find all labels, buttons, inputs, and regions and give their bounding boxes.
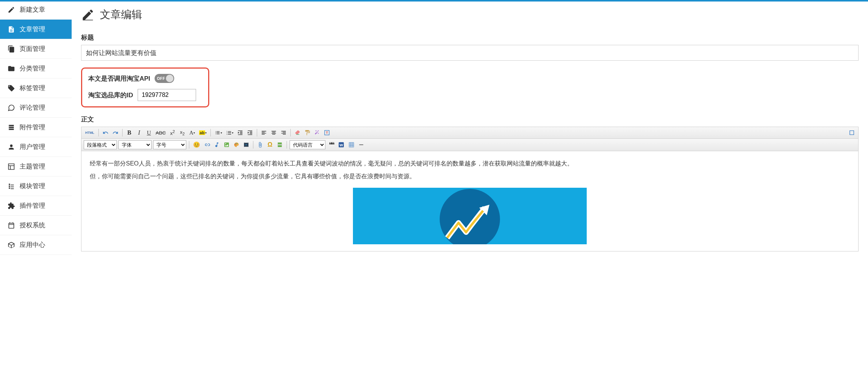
page-icon: [8, 45, 15, 53]
user-icon: [8, 143, 15, 151]
svg-point-6: [237, 143, 238, 144]
sidebar-item-tag-manage[interactable]: 标签管理: [0, 78, 72, 98]
highlight-button[interactable]: ab▾: [198, 129, 208, 137]
svg-rect-2: [224, 142, 229, 147]
svg-rect-12: [278, 145, 282, 147]
sidebar-item-label: 插件管理: [20, 201, 45, 210]
sidebar-item-label: 新建文章: [20, 5, 45, 14]
title-input[interactable]: [81, 45, 859, 61]
svg-point-7: [238, 144, 238, 145]
toolbar-separator: [189, 141, 189, 149]
toolbar-separator: [253, 141, 253, 149]
toolbar-separator: [122, 129, 123, 136]
image-button[interactable]: [222, 141, 231, 149]
svg-text:T: T: [326, 131, 328, 135]
sidebar-item-plugin-manage[interactable]: 插件管理: [0, 196, 72, 216]
server-icon: [8, 124, 15, 131]
toolbar-separator: [98, 129, 99, 136]
attachment-button[interactable]: [256, 141, 264, 149]
folder-icon: [8, 65, 15, 72]
underline-button[interactable]: U: [145, 129, 153, 137]
video-button[interactable]: [242, 141, 250, 149]
palette-button[interactable]: [232, 141, 241, 149]
toggle-knob: [166, 75, 173, 82]
html-source-button[interactable]: HTML: [84, 129, 96, 137]
paragraph-format-select[interactable]: 段落格式: [84, 140, 117, 149]
align-right-button[interactable]: [279, 129, 288, 137]
editor-content-area[interactable]: 经常有一部分SEO人员，热衷于统计关键词排名的数量，每天都会盯着站长工具查看关键…: [81, 151, 858, 251]
sidebar-item-user-manage[interactable]: 用户管理: [0, 137, 72, 157]
italic-button[interactable]: I: [135, 129, 143, 137]
unordered-list-button[interactable]: ▾: [213, 129, 223, 137]
layout-icon: [8, 163, 15, 170]
emoji-button[interactable]: 😊: [192, 141, 201, 149]
sidebar-item-label: 评论管理: [20, 103, 45, 112]
outdent-button[interactable]: [236, 129, 244, 137]
main-content: 文章编辑 标题 本文是否调用淘宝API OFF 淘宝选品库的ID 正文 HTML: [72, 0, 868, 380]
blockquote-button[interactable]: ❝❝: [327, 141, 335, 149]
align-center-button[interactable]: [270, 129, 278, 137]
indent-button[interactable]: [246, 129, 254, 137]
eraser-button[interactable]: [293, 129, 302, 137]
api-toggle[interactable]: OFF: [155, 74, 174, 83]
format-painter-button[interactable]: [303, 129, 311, 137]
sidebar-item-label: 应用中心: [20, 241, 45, 249]
sidebar-item-theme-manage[interactable]: 主题管理: [0, 157, 72, 176]
sidebar: 新建文章 文章管理 页面管理 分类管理 标签管理: [0, 0, 72, 380]
svg-rect-10: [248, 143, 248, 147]
table-button[interactable]: [347, 141, 356, 149]
undo-button[interactable]: [101, 129, 110, 137]
sidebar-item-article-manage[interactable]: 文章管理: [0, 20, 72, 39]
ordered-list-button[interactable]: ▾: [225, 129, 235, 137]
sidebar-item-label: 用户管理: [20, 142, 45, 151]
content-paragraph: 经常有一部分SEO人员，热衷于统计关键词排名的数量，每天都会盯着站长工具查看关键…: [90, 158, 850, 169]
maximize-button[interactable]: [848, 129, 856, 137]
sidebar-item-attachment-manage[interactable]: 附件管理: [0, 118, 72, 137]
sidebar-item-license-system[interactable]: 授权系统: [0, 216, 72, 235]
api-toggle-label: 本文是否调用淘宝API: [88, 74, 150, 83]
taobao-id-label: 淘宝选品库的ID: [88, 91, 133, 100]
rich-text-editor: HTML B I U ABC x2 x2 A▾ ab▾ ▾ ▾: [81, 127, 859, 251]
strikethrough-button[interactable]: ABC: [155, 129, 167, 137]
align-left-button[interactable]: [260, 129, 268, 137]
sidebar-item-category-manage[interactable]: 分类管理: [0, 59, 72, 78]
edit-note-icon: [8, 6, 15, 14]
toolbar-separator: [287, 141, 287, 149]
music-button[interactable]: [213, 141, 221, 149]
title-label: 标题: [81, 33, 859, 42]
font-size-select[interactable]: 字号: [153, 140, 186, 149]
taobao-id-input[interactable]: [138, 89, 196, 101]
top-accent-bar: [0, 0, 868, 2]
code-language-select[interactable]: 代码语言: [290, 140, 325, 149]
calendar-icon: [8, 222, 15, 229]
taobao-api-highlight-box: 本文是否调用淘宝API OFF 淘宝选品库的ID: [81, 67, 209, 107]
horizontal-rule-button[interactable]: [357, 141, 365, 149]
link-button[interactable]: [203, 141, 211, 149]
special-char-button[interactable]: Ω: [266, 141, 274, 149]
sidebar-item-comment-manage[interactable]: 评论管理: [0, 98, 72, 118]
sidebar-item-label: 文章管理: [20, 25, 45, 34]
subscript-button[interactable]: x2: [178, 129, 187, 137]
edit-icon: [81, 8, 95, 21]
bold-button[interactable]: B: [125, 129, 133, 137]
page-break-button[interactable]: [276, 141, 284, 149]
svg-rect-11: [278, 142, 282, 144]
sidebar-item-new-article[interactable]: 新建文章: [0, 0, 72, 20]
svg-text:W: W: [339, 143, 343, 147]
sidebar-item-label: 附件管理: [20, 123, 45, 132]
redo-button[interactable]: [111, 129, 120, 137]
text-box-button[interactable]: T: [323, 129, 331, 137]
superscript-button[interactable]: x2: [169, 129, 177, 137]
plugin-icon: [8, 202, 15, 210]
magic-wand-button[interactable]: [313, 129, 321, 137]
comment-icon: [8, 104, 15, 112]
page-header: 文章编辑: [81, 8, 859, 22]
sidebar-item-module-manage[interactable]: 模块管理: [0, 176, 72, 196]
sidebar-item-app-center[interactable]: 应用中心: [0, 235, 72, 255]
text-color-button[interactable]: A▾: [188, 129, 196, 137]
sidebar-item-page-manage[interactable]: 页面管理: [0, 39, 72, 59]
font-family-select[interactable]: 字体: [118, 140, 152, 149]
modules-icon: [8, 182, 15, 190]
sidebar-item-label: 模块管理: [20, 182, 45, 190]
word-paste-button[interactable]: W: [337, 141, 346, 149]
